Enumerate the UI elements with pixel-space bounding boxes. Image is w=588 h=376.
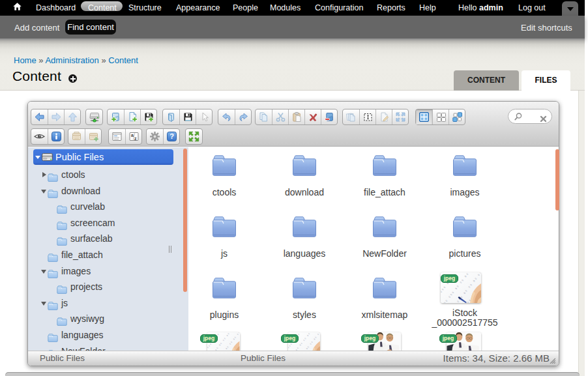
svg-text:a: a: [131, 133, 134, 137]
svg-text:z: z: [134, 136, 137, 141]
svg-text:?: ?: [169, 132, 174, 140]
